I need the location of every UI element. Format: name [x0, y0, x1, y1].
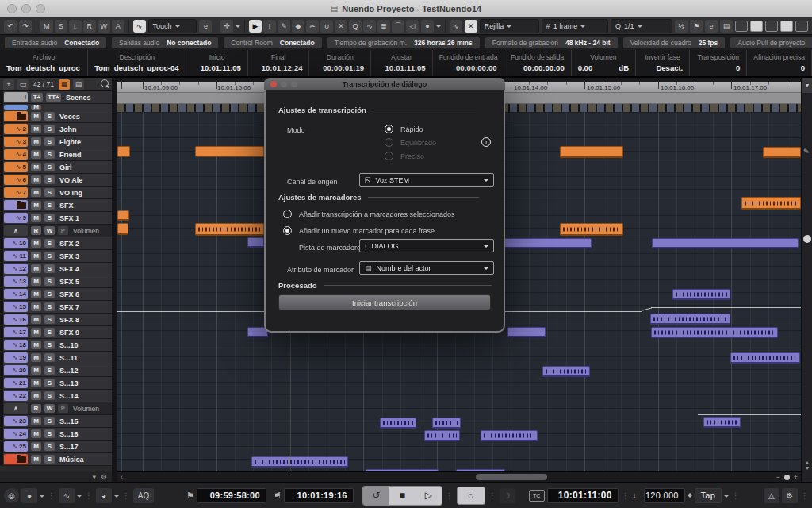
info-field-10[interactable]: Invertir faseDesact.	[636, 50, 690, 76]
snap-type-dropdown[interactable]: Rejilla	[480, 19, 539, 33]
automation-mode-dropdown[interactable]: Touch	[148, 19, 197, 33]
info-field-9[interactable]: Volumen0.00dB	[572, 50, 636, 76]
audio-record-mode-icon[interactable]: ∿	[59, 488, 75, 503]
time-format-badge[interactable]: TC	[529, 490, 545, 502]
track-row-sfx[interactable]: MSSFX	[0, 199, 112, 212]
tap-tempo-button[interactable]: Tap	[695, 488, 722, 503]
audio-event[interactable]	[117, 146, 130, 157]
track-row-sfx-6[interactable]: ∿14MSSFX 6	[0, 288, 112, 301]
mode-option-fast[interactable]: Rápido	[385, 122, 436, 136]
track-mute-button[interactable]: M	[31, 442, 41, 451]
radio-disabled-icon[interactable]	[385, 152, 393, 160]
triplet-icon[interactable]: ⅓	[675, 20, 688, 33]
track-mute-button[interactable]: M	[31, 214, 41, 222]
track-row-volumen[interactable]: ∧RWPVolumen	[0, 225, 112, 237]
info-field-5[interactable]: Duración00:00:01:19	[309, 50, 371, 76]
erase-tool-icon[interactable]: ◆	[292, 20, 304, 33]
track-row-sfx-8[interactable]: ∿16MSSFX 8	[0, 314, 112, 326]
radio-selected-icon[interactable]	[283, 226, 292, 235]
track-row-m-sica[interactable]: MSMúsica	[0, 453, 112, 466]
flag-icon[interactable]: ⚑	[690, 20, 703, 33]
search-track-icon[interactable]	[101, 79, 109, 87]
track-row-sfx-2[interactable]: ∿10MSSFX 2	[0, 237, 112, 250]
global-a-button[interactable]: A	[112, 20, 124, 33]
object-selection-tool-icon[interactable]: ▶	[249, 20, 262, 33]
audio-event[interactable]	[424, 430, 460, 441]
radio-selected-icon[interactable]	[385, 125, 393, 133]
zoom-slider-handle[interactable]	[784, 475, 790, 480]
track-solo-button[interactable]: S	[44, 277, 55, 286]
zoom-in-icon[interactable]: +	[794, 473, 798, 481]
track-solo-button[interactable]: S	[44, 290, 55, 298]
info-field-12[interactable]: Afinación precisa0	[747, 50, 812, 76]
status-item-4[interactable]: Tiempo de grabación m.326 horas 26 mins	[327, 37, 480, 48]
track-preset-icon[interactable]: ▭	[17, 79, 29, 90]
track-solo-button[interactable]: S	[44, 137, 55, 146]
track-mute-button[interactable]: M	[31, 328, 41, 337]
marker-attribute-dropdown[interactable]: ▤ Nombre del actor	[359, 261, 494, 275]
info-field-2[interactable]: DescripciónTom_deutsch_uproc-04	[88, 50, 186, 76]
audio-event[interactable]	[730, 352, 800, 364]
pencil-icon[interactable]: ✎	[803, 148, 810, 156]
dialog-minimize-icon[interactable]	[281, 81, 287, 87]
info-field-1[interactable]: ArchivoTom_deutsch_uproc	[0, 50, 88, 76]
track-solo-button[interactable]: S	[44, 252, 55, 260]
quantize-dropdown[interactable]: Q 1/1	[611, 19, 672, 33]
source-channel-dropdown[interactable]: ⇱ Voz STEM	[359, 173, 494, 187]
info-field-4[interactable]: Final10:01:12:24	[248, 50, 310, 76]
right-zone-toggle-icon[interactable]	[765, 21, 778, 32]
draw-tool-icon[interactable]: ✎	[278, 20, 290, 33]
audio-event[interactable]	[251, 456, 348, 468]
info-field-11[interactable]: Transposición0	[690, 50, 747, 76]
lower-zone-toggle-icon[interactable]	[750, 21, 763, 32]
autoscroll-icon[interactable]: ✛	[220, 20, 233, 33]
cycle-record-mode-icon[interactable]: ◕	[96, 488, 112, 503]
track-list-menu-icon[interactable]: ▤	[73, 79, 84, 90]
track-mute-button[interactable]: M	[31, 379, 41, 387]
track-settings-gear-icon[interactable]: ⚙	[101, 473, 107, 481]
color-tool-icon[interactable]: ●	[421, 20, 434, 33]
track-solo-button[interactable]: S	[44, 442, 55, 451]
track-solo-button[interactable]: S	[44, 214, 55, 222]
audio-event[interactable]	[542, 366, 590, 377]
audio-event[interactable]	[741, 197, 801, 210]
track-row-sfx-5[interactable]: ∿13MSSFX 5	[0, 275, 112, 288]
track-mute-button[interactable]: M	[31, 341, 41, 349]
track-row-s-17[interactable]: ∿25MSS...17	[0, 441, 112, 453]
option-add-to-selected-markers[interactable]: Añadir transcripción a marcadores selecc…	[283, 207, 455, 221]
global-r-button[interactable]: R	[83, 20, 96, 33]
metronome-icon[interactable]: △	[764, 488, 779, 503]
left-zone-toggle-icon[interactable]	[735, 21, 748, 32]
zoom-tool-icon[interactable]: Q	[349, 20, 362, 33]
track-solo-button[interactable]: S	[44, 175, 55, 184]
audio-event[interactable]	[672, 289, 730, 300]
audio-event[interactable]	[650, 314, 730, 325]
expand-chevron-icon[interactable]: ▾	[92, 473, 96, 481]
track-mute-button[interactable]: M	[31, 277, 41, 286]
record-mode-icon[interactable]: ●	[21, 488, 37, 503]
status-item-7[interactable]: Audio Pull de proyectoDesact.	[730, 37, 812, 48]
metronome-settings-gear-icon[interactable]: ⚙	[782, 488, 798, 503]
color-tool-chevron-icon[interactable]	[436, 25, 441, 30]
audio-event[interactable]	[560, 146, 623, 158]
track-mute-button[interactable]: M	[31, 239, 41, 248]
ruler-filter-icon[interactable]: ▼	[802, 78, 812, 93]
track-mute-button[interactable]: M	[31, 315, 41, 324]
left-locator-time[interactable]: 09:59:58:00	[197, 488, 266, 503]
lane-read-button[interactable]: R	[31, 226, 41, 235]
add-cycle-marker-button[interactable]: TT+	[46, 93, 61, 102]
range-selection-tool-icon[interactable]: I	[263, 20, 276, 33]
track-solo-button[interactable]: S	[44, 366, 55, 375]
tempo-value[interactable]: 120.000	[644, 488, 685, 503]
track-row-video[interactable]: M	[0, 104, 112, 110]
global-s-button[interactable]: S	[55, 20, 67, 33]
info-field-7[interactable]: Fundido de entrada00:00:00:00	[433, 50, 504, 76]
track-mute-button[interactable]: M	[31, 175, 41, 184]
track-visibility-agent-icon[interactable]: ▦	[59, 79, 70, 90]
track-mute-button[interactable]: M	[31, 366, 41, 375]
track-mute-button[interactable]: M	[31, 201, 41, 210]
track-row-s-10[interactable]: ∿18MSS...10	[0, 339, 112, 352]
track-mute-button[interactable]: M	[31, 429, 41, 438]
radio-disabled-icon[interactable]	[385, 138, 393, 147]
vertical-scrollbar[interactable]: ▼ ✎ ▲▼	[801, 78, 812, 482]
